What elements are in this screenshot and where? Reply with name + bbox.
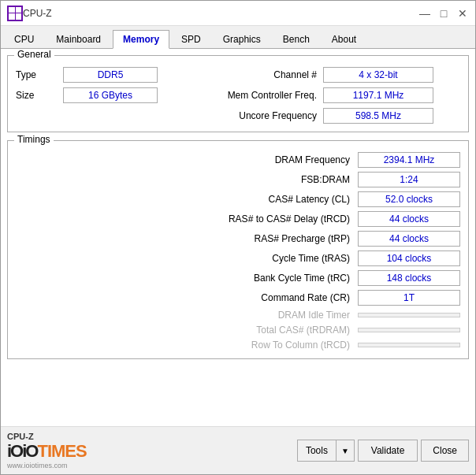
title-bar: CPU-Z — □ ✕ <box>1 1 475 26</box>
timing-value-2: 52.0 clocks <box>358 191 460 207</box>
app-icon <box>7 6 23 21</box>
timing-value-7: 1T <box>358 290 460 306</box>
timing-label-10: Row To Column (tRCD) <box>16 340 358 351</box>
general-title: General <box>14 49 54 60</box>
timing-label-0: DRAM Frequency <box>16 154 358 165</box>
size-label: Size <box>16 90 63 101</box>
channel-value: 4 x 32-bit <box>323 67 433 83</box>
timings-group: Timings DRAM Frequency 2394.1 MHz FSB:DR… <box>7 140 469 359</box>
timing-value-9 <box>358 328 460 332</box>
timing-label-9: Total CAS# (tRDRAM) <box>16 325 358 336</box>
maximize-button[interactable]: □ <box>437 7 450 20</box>
footer-buttons: Tools ▼ Validate Close <box>297 440 469 462</box>
timing-value-3: 44 clocks <box>358 211 460 227</box>
footer: CPU-Z iOiO TIMES www.ioiotimes.com Tools… <box>1 426 475 474</box>
timing-value-1: 1:24 <box>358 172 460 187</box>
minimize-button[interactable]: — <box>418 7 431 20</box>
tab-about[interactable]: About <box>322 30 366 49</box>
tools-button[interactable]: Tools <box>298 440 337 461</box>
timing-value-0: 2394.1 MHz <box>358 152 460 168</box>
timing-label-7: Command Rate (CR) <box>16 292 358 303</box>
tab-memory[interactable]: Memory <box>113 30 169 49</box>
timing-value-8 <box>358 313 460 317</box>
uncore-value: 598.5 MHz <box>323 108 433 124</box>
timing-label-3: RAS# to CAS# Delay (tRCD) <box>16 213 358 225</box>
mem-ctrl-label: Mem Controller Freq. <box>181 90 323 101</box>
type-label: Type <box>16 69 63 80</box>
type-value: DDR5 <box>63 67 158 83</box>
tab-spd[interactable]: SPD <box>171 30 211 49</box>
validate-button[interactable]: Validate <box>358 440 418 462</box>
mem-ctrl-value: 1197.1 MHz <box>323 87 433 103</box>
timings-title: Timings <box>14 134 54 145</box>
timing-label-8: DRAM Idle Timer <box>16 310 358 321</box>
timing-label-4: RAS# Precharge (tRP) <box>16 233 358 244</box>
tab-bench[interactable]: Bench <box>273 30 320 49</box>
logo-prefix: iOiO <box>7 441 37 462</box>
main-window: CPU-Z — □ ✕ CPU Mainboard Memory SPD Gra… <box>0 0 476 475</box>
content-area: General Type DDR5 Channel # 4 x 32-bit S… <box>1 49 475 426</box>
timing-label-2: CAS# Latency (CL) <box>16 194 358 205</box>
uncore-label: Uncore Frequency <box>181 110 323 121</box>
timing-value-6: 148 clocks <box>358 270 460 286</box>
footer-logo: CPU-Z iOiO TIMES www.ioiotimes.com <box>7 432 297 469</box>
timing-label-5: Cycle Time (tRAS) <box>16 253 358 264</box>
timing-value-5: 104 clocks <box>358 250 460 266</box>
window-title: CPU-Z <box>23 8 418 19</box>
tab-graphics[interactable]: Graphics <box>213 30 271 49</box>
close-button[interactable]: Close <box>421 440 469 462</box>
close-window-button[interactable]: ✕ <box>456 7 469 20</box>
timing-label-1: FSB:DRAM <box>16 174 358 185</box>
logo-watermark: www.ioiotimes.com <box>7 462 87 469</box>
tools-dropdown-arrow[interactable]: ▼ <box>337 440 354 461</box>
size-value: 16 GBytes <box>63 87 158 103</box>
logo-version: CPU-Z <box>7 432 34 441</box>
timing-value-4: 44 clocks <box>358 231 460 247</box>
window-controls: — □ ✕ <box>418 7 469 20</box>
tab-mainboard[interactable]: Mainboard <box>46 30 111 49</box>
timing-value-10 <box>358 343 460 347</box>
logo-suffix: TIMES <box>37 441 86 462</box>
tools-group: Tools ▼ <box>297 440 355 462</box>
channel-label: Channel # <box>181 69 323 80</box>
tab-bar: CPU Mainboard Memory SPD Graphics Bench … <box>1 26 475 49</box>
timings-grid: DRAM Frequency 2394.1 MHz FSB:DRAM 1:24 … <box>16 152 460 351</box>
tab-cpu[interactable]: CPU <box>4 30 44 49</box>
general-group: General Type DDR5 Channel # 4 x 32-bit S… <box>7 55 469 132</box>
timing-label-6: Bank Cycle Time (tRC) <box>16 273 358 284</box>
